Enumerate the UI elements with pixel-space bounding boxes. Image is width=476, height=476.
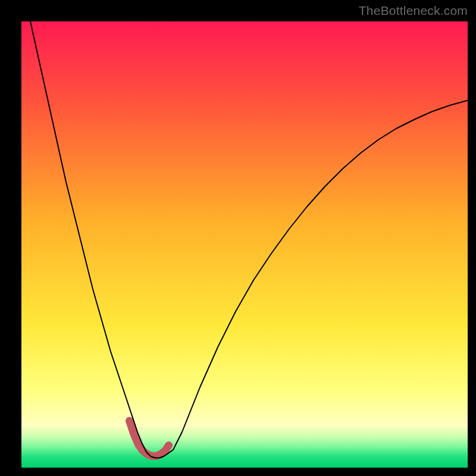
watermark-text: TheBottleneck.com bbox=[359, 4, 468, 18]
outer-frame: TheBottleneck.com bbox=[0, 0, 476, 476]
chart-plot bbox=[21, 21, 468, 468]
chart-background bbox=[21, 21, 468, 468]
